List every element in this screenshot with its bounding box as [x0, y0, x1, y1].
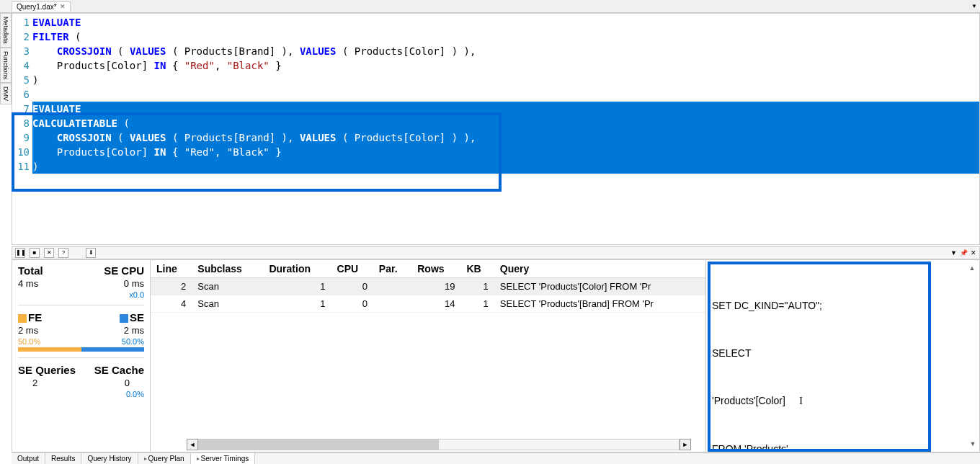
- code-line[interactable]: 5): [12, 73, 979, 87]
- export-button[interactable]: ⬇: [86, 248, 96, 258]
- table-row[interactable]: 2Scan10191SELECT 'Products'[Color] FROM …: [151, 278, 705, 295]
- pin-icon[interactable]: 📌: [960, 249, 968, 256]
- column-header[interactable]: Rows: [411, 260, 460, 278]
- side-tab-metadata[interactable]: Metadata: [0, 13, 12, 48]
- bottom-tab-strip: Output Results Query History ▸Query Plan…: [12, 452, 980, 464]
- line-number: 5: [12, 73, 32, 87]
- tab-query-history[interactable]: Query History: [81, 453, 138, 464]
- help-button[interactable]: ?: [58, 248, 68, 258]
- column-header[interactable]: Line: [151, 260, 192, 278]
- stat-se-pct: 50.0%: [122, 337, 144, 346]
- detail-text[interactable]: SET DC_KIND="AUTO"; SELECT 'Products'[Co…: [712, 266, 974, 452]
- stat-fe-value: 2 ms: [18, 325, 38, 336]
- code-line[interactable]: 9 CROSSJOIN ( VALUES ( Products[Brand] )…: [12, 130, 979, 145]
- results-area: Total SE CPU 4 ms 0 ms x0.0 FE SE 2 ms 2…: [12, 259, 980, 452]
- clear-button[interactable]: ✕: [44, 248, 54, 258]
- stat-total-label: Total: [18, 264, 43, 277]
- stats-panel: Total SE CPU 4 ms 0 ms x0.0 FE SE 2 ms 2…: [12, 260, 151, 452]
- pause-button[interactable]: ❚❚: [15, 248, 25, 258]
- stat-fe-label: FE: [18, 311, 42, 324]
- stat-total-value: 4 ms: [18, 278, 38, 289]
- code-line[interactable]: 2FILTER (: [12, 30, 979, 44]
- table-row[interactable]: 4Scan10141SELECT 'Products'[Brand] FROM …: [151, 295, 705, 313]
- code-line[interactable]: 8CALCULATETABLE (: [12, 116, 979, 130]
- fe-se-bar: [18, 347, 144, 352]
- code-line[interactable]: 4 Products[Color] IN { "Red", "Black" }: [12, 58, 979, 73]
- query-table[interactable]: LineSubclassDurationCPUPar.RowsKBQuery 2…: [151, 260, 705, 313]
- results-toolbar: ❚❚ ■ ✕ ? ⬇ ▼ 📌 ✕: [12, 246, 980, 259]
- document-tab-bar: Query1.dax* ✕ ▼: [0, 0, 980, 13]
- horizontal-scrollbar[interactable]: ◄ ►: [187, 439, 691, 450]
- text-cursor-icon: I: [799, 393, 805, 409]
- stat-seq-value: 2: [18, 378, 37, 388]
- tab-dropdown-icon[interactable]: ▼: [971, 3, 977, 9]
- tab-title: Query1.dax*: [17, 3, 57, 11]
- tab-query-plan[interactable]: ▸Query Plan: [138, 453, 191, 464]
- stat-secache-label: SE Cache: [94, 364, 144, 376]
- column-header[interactable]: CPU: [331, 260, 373, 278]
- column-header[interactable]: KB: [460, 260, 494, 278]
- code-editor[interactable]: 1EVALUATE2FILTER (3 CROSSJOIN ( VALUES (…: [12, 13, 980, 245]
- side-tab-dmv[interactable]: DMV: [0, 83, 12, 104]
- line-number: 9: [12, 130, 32, 145]
- document-tab[interactable]: Query1.dax* ✕: [12, 1, 71, 12]
- stat-se-value: 2 ms: [124, 325, 144, 336]
- line-number: 2: [12, 30, 32, 44]
- line-number: 7: [12, 102, 32, 116]
- column-header[interactable]: Subclass: [192, 260, 263, 278]
- dropdown-icon[interactable]: ▼: [950, 249, 957, 256]
- code-line[interactable]: 10 Products[Color] IN { "Red", "Black" }: [12, 145, 979, 159]
- stat-seq-label: SE Queries: [18, 364, 76, 376]
- side-tab-strip: Metadata Functions DMV: [0, 13, 12, 104]
- tab-results[interactable]: Results: [45, 453, 81, 464]
- column-header[interactable]: Duration: [263, 260, 331, 278]
- scroll-right-icon[interactable]: ►: [680, 439, 691, 450]
- line-number: 8: [12, 116, 32, 130]
- scroll-left-icon[interactable]: ◄: [187, 439, 198, 450]
- column-header[interactable]: Query: [494, 260, 705, 278]
- vertical-scrollbar[interactable]: ▲: [966, 263, 978, 273]
- close-icon[interactable]: ✕: [60, 3, 66, 10]
- tab-server-timings[interactable]: ▸Server Timings: [191, 453, 256, 464]
- line-number: 11: [12, 159, 32, 174]
- stat-secpu-value: 0 ms: [124, 278, 144, 289]
- line-number: 1: [12, 15, 32, 30]
- line-number: 6: [12, 87, 32, 102]
- stat-secache-value: 0: [125, 378, 144, 388]
- column-header[interactable]: Par.: [373, 260, 411, 278]
- stop-button[interactable]: ■: [30, 248, 40, 258]
- code-line[interactable]: 11): [12, 159, 979, 174]
- stat-fe-pct: 50.0%: [18, 337, 40, 346]
- stat-secpu-label: SE CPU: [104, 264, 144, 277]
- stat-se-label: SE: [120, 311, 144, 324]
- query-table-panel: LineSubclassDurationCPUPar.RowsKBQuery 2…: [151, 260, 705, 452]
- stat-secache-pct: 0.0%: [126, 390, 144, 398]
- scroll-down-icon[interactable]: ▼: [968, 439, 978, 449]
- line-number: 4: [12, 58, 32, 73]
- line-number: 3: [12, 44, 32, 58]
- code-line[interactable]: 6: [12, 87, 979, 102]
- code-line[interactable]: 7EVALUATE: [12, 102, 979, 116]
- scroll-up-icon[interactable]: ▲: [967, 263, 977, 273]
- code-line[interactable]: 3 CROSSJOIN ( VALUES ( Products[Brand] )…: [12, 44, 979, 58]
- code-line[interactable]: 1EVALUATE: [12, 15, 979, 30]
- close-panel-icon[interactable]: ✕: [971, 249, 976, 256]
- side-tab-functions[interactable]: Functions: [0, 48, 12, 83]
- stat-secpu-mult: x0.0: [129, 290, 144, 299]
- tab-output[interactable]: Output: [12, 453, 45, 464]
- line-number: 10: [12, 145, 32, 159]
- query-detail-panel: SET DC_KIND="AUTO"; SELECT 'Products'[Co…: [705, 260, 979, 452]
